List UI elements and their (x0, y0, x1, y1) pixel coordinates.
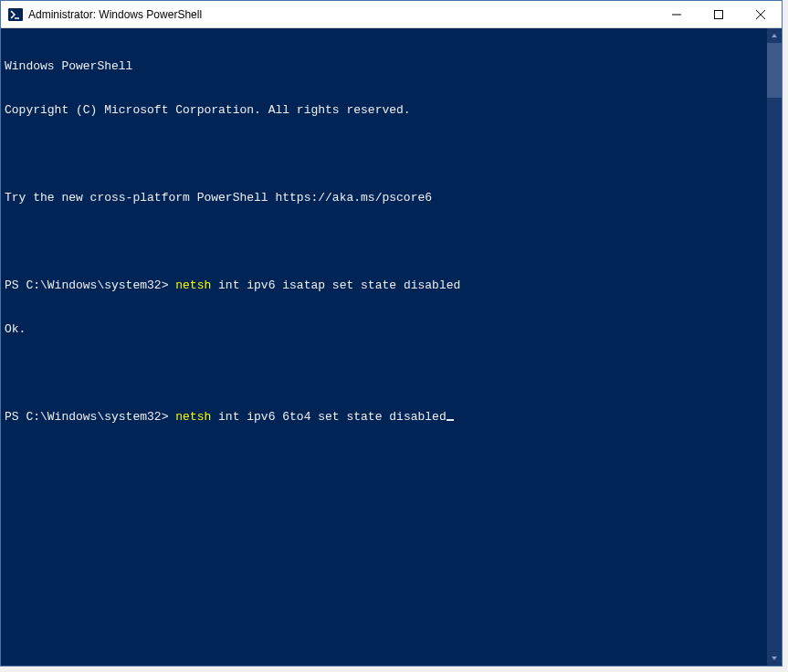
vertical-scrollbar[interactable] (767, 28, 782, 666)
banner-line-2: Copyright (C) Microsoft Corporation. All… (5, 103, 763, 118)
powershell-window: Administrator: Windows PowerShell (0, 0, 783, 667)
blank-line (5, 366, 763, 381)
close-icon (756, 10, 765, 19)
prompt-line-2: PS C:\Windows\system32> netsh int ipv6 6… (5, 410, 763, 425)
prompt-line-1: PS C:\Windows\system32> netsh int ipv6 i… (5, 278, 763, 293)
banner-line-1: Windows PowerShell (5, 59, 763, 74)
terminal-body: Windows PowerShell Copyright (C) Microso… (1, 28, 782, 666)
minimize-button[interactable] (656, 1, 698, 28)
svg-rect-3 (715, 11, 723, 19)
cursor (447, 419, 454, 421)
terminal-content[interactable]: Windows PowerShell Copyright (C) Microso… (1, 28, 767, 666)
powershell-icon (8, 7, 23, 22)
window-controls (656, 1, 782, 27)
blank-line (5, 147, 763, 162)
minimize-icon (672, 10, 681, 19)
scrollbar-up-arrow[interactable] (767, 28, 782, 43)
window-title: Administrator: Windows PowerShell (28, 8, 656, 21)
close-button[interactable] (740, 1, 782, 28)
scrollbar-down-arrow[interactable] (767, 651, 782, 666)
command-2-highlight: netsh (175, 410, 218, 424)
maximize-icon (714, 10, 723, 19)
result-line-1: Ok. (5, 322, 763, 337)
command-2-rest: int ipv6 6to4 set state disabled (218, 410, 447, 424)
prompt-2: PS C:\Windows\system32> (5, 410, 175, 424)
banner-line-3: Try the new cross-platform PowerShell ht… (5, 191, 763, 205)
scrollbar-thumb[interactable] (767, 43, 782, 98)
command-1-rest: int ipv6 isatap set state disabled (218, 278, 460, 292)
prompt-1: PS C:\Windows\system32> (5, 278, 175, 292)
titlebar: Administrator: Windows PowerShell (1, 1, 782, 28)
command-1-highlight: netsh (175, 278, 218, 292)
blank-line (5, 235, 763, 249)
maximize-button[interactable] (698, 1, 740, 28)
